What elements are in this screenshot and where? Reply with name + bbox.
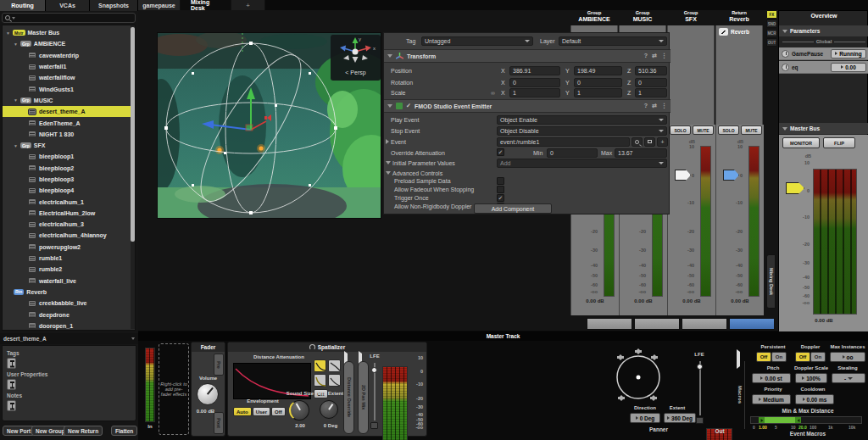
tags-edit-icon[interactable]	[7, 358, 16, 369]
persistent-on-button[interactable]: On	[771, 352, 787, 362]
tab-mixing-desk[interactable]: Mixing Desk	[181, 0, 231, 10]
unity-scene-view[interactable]: y x < Persp	[157, 32, 381, 219]
help-icon[interactable]: ?	[644, 53, 648, 59]
tag-dropdown[interactable]: Untagged	[421, 36, 533, 46]
transform-header[interactable]: Transform ? ⇄ ⋮	[384, 49, 670, 63]
more-icon[interactable]: ⋮	[661, 53, 667, 59]
override-attenuation-checkbox[interactable]: ✓	[497, 148, 504, 156]
persistent-off-button[interactable]: Off	[756, 352, 771, 362]
tree-item-master-bus[interactable]: ▼MstrMaster Bus	[3, 27, 135, 38]
post-tab[interactable]: Post	[214, 412, 224, 434]
volume-knob[interactable]	[197, 383, 219, 405]
tree-item-edentheme-a[interactable]: EdenTheme_A	[3, 117, 135, 128]
fx-view-button[interactable]: FX	[766, 10, 777, 19]
foldout-icon[interactable]	[387, 54, 392, 58]
tree-item-powerupglow2[interactable]: powerupglow2	[3, 242, 135, 253]
tree-item-waterfall1[interactable]: waterfall1	[3, 61, 135, 72]
foldout-icon[interactable]	[782, 127, 787, 131]
max-instances-field[interactable]: oo	[830, 352, 865, 362]
tree-item-electricalhum-4hiannoy[interactable]: electricalhum_4hiannoy	[3, 230, 135, 241]
tree-item-deepdrone[interactable]: deepdrone	[3, 309, 135, 320]
preload-checkbox[interactable]	[497, 177, 504, 185]
mixing-desk-vertical-tab[interactable]: Mixing Desk	[766, 254, 776, 309]
flatten-button[interactable]: Flatten	[111, 426, 137, 436]
persp-label[interactable]: < Persp	[331, 70, 381, 75]
position-z-field[interactable]: 510.36	[635, 66, 667, 75]
tree-scrollbar[interactable]	[131, 25, 135, 329]
scale-link-icon[interactable]: ∞	[491, 90, 495, 96]
fmod-emitter-header[interactable]: ✓ FMOD Studio Event Emitter ? ⇄ ⋮	[384, 99, 670, 113]
rotation-x-field[interactable]: 0	[509, 78, 560, 87]
doppler-scale-field[interactable]: 100%	[795, 373, 827, 383]
solo-button[interactable]: SOLO	[670, 125, 691, 135]
tree-item-electricalhum-2low[interactable]: ElectricalHum_2low	[3, 208, 135, 219]
scale-z-field[interactable]: 1	[635, 88, 667, 97]
tab-vcas[interactable]: VCAs	[46, 0, 90, 11]
scale-y-field[interactable]: 1	[574, 88, 622, 97]
tree-item-windgusts1[interactable]: WindGusts1	[3, 83, 135, 94]
prefader-effects-dropzone[interactable]: Right-click to add pre-fader effects	[159, 343, 189, 435]
lfe-slider-handle[interactable]	[371, 367, 377, 373]
strip-scroll-segment[interactable]	[587, 318, 632, 330]
help-icon[interactable]: ?	[644, 103, 648, 109]
envelopment-off-button[interactable]: Off	[271, 407, 286, 416]
parameter-eq[interactable]: eq 0.00	[779, 61, 868, 74]
doppler-on-button[interactable]: On	[810, 352, 826, 362]
sound-size-knob[interactable]	[289, 400, 309, 421]
fader-module-title[interactable]: Fader	[192, 343, 225, 352]
trigger-once-checkbox[interactable]: ✓	[497, 194, 504, 202]
distance-max-handle[interactable]	[795, 417, 801, 423]
foldout-icon[interactable]	[782, 30, 787, 33]
mute-button[interactable]: MUTE	[693, 125, 714, 135]
doppler-off-button[interactable]: Off	[795, 352, 810, 362]
tree-item-waterfallflow[interactable]: waterfallflow	[3, 72, 135, 83]
solo-button[interactable]: SOLO	[718, 125, 739, 135]
layer-dropdown[interactable]: Default	[559, 36, 667, 46]
macros-vertical-tab[interactable]: Macros	[736, 361, 745, 429]
master-bus-section-header[interactable]: Master Bus	[779, 123, 868, 134]
monitor-button[interactable]: MONITOR	[782, 137, 820, 148]
advanced-controls-row[interactable]: Advanced Controls	[384, 169, 670, 177]
expand-arrow-icon[interactable]: ▼	[14, 143, 18, 148]
mixer-strip-sfx[interactable]: Group SFX SOLOMUTE dB 100-10-20-30-40-50…	[667, 10, 715, 315]
event-path-field[interactable]: event:/rumble1	[497, 137, 630, 147]
snd-view-button[interactable]: SND	[766, 19, 777, 28]
expand-arrow-icon[interactable]: ▼	[14, 42, 18, 47]
strip-scroll-segment[interactable]	[682, 318, 727, 330]
tree-item-waterfall-live[interactable]: waterfall_live	[3, 276, 135, 287]
foldout-icon[interactable]	[386, 161, 391, 164]
panner-surround-view[interactable]	[609, 348, 668, 407]
chevron-down-icon[interactable]	[131, 337, 135, 340]
tab-add-button[interactable]: +	[231, 0, 265, 10]
presets-icon[interactable]: ⇄	[652, 103, 657, 109]
parameters-section-header[interactable]: Parameters	[779, 25, 868, 36]
tree-item-electricalhum-3[interactable]: electricalhum_3	[3, 219, 135, 230]
tree-item-reverb[interactable]: RtnReverb	[3, 287, 135, 298]
distance-override-column[interactable]: Distance Override	[343, 361, 354, 434]
tree-item-music[interactable]: ▼GrpMUSIC	[3, 95, 135, 106]
search-input[interactable]	[2, 13, 136, 23]
tree-item-bleepbloop2[interactable]: bleepbloop2	[3, 163, 135, 174]
presets-icon[interactable]: ⇄	[652, 53, 657, 59]
strip-scroll-segment-selected[interactable]	[729, 318, 775, 330]
pan-mix-column[interactable]: 2D Pan Mix	[358, 361, 369, 434]
mixer-strip-reverb[interactable]: Return Reverb Reverb SOLOMUTE dB 100-10-…	[715, 10, 763, 315]
parameter-dial-icon[interactable]	[782, 64, 789, 71]
add-component-button[interactable]: Add Component	[474, 203, 552, 214]
parameter-gamepause[interactable]: GamePause Running	[779, 47, 868, 60]
master-track-bar[interactable]: Master Track	[138, 331, 868, 341]
spatializer-module-title[interactable]: Spatializer	[228, 343, 426, 352]
lfe-link-button[interactable]	[696, 417, 704, 424]
scale-x-field[interactable]: 1	[509, 88, 560, 97]
tree-item-desert-theme-a[interactable]: desert_theme_A	[3, 106, 135, 117]
tree-item-dooropen-1[interactable]: dooropen_1	[3, 320, 135, 331]
event-search-button[interactable]	[632, 137, 643, 147]
selected-event-bar[interactable]: desert_theme_A	[0, 333, 138, 344]
foldout-icon[interactable]	[387, 104, 392, 108]
stop-event-dropdown[interactable]: Object Disable	[497, 126, 667, 136]
parameter-dial-icon[interactable]	[782, 50, 789, 58]
tab-routing[interactable]: Routing	[0, 0, 46, 11]
strip-scroll-segment[interactable]	[634, 318, 680, 330]
out-view-button[interactable]: OUT	[766, 38, 777, 47]
tree-scrollbar-thumb[interactable]	[131, 27, 135, 242]
